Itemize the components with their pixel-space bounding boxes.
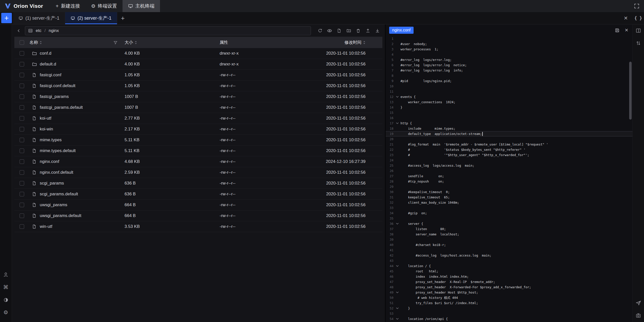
file-name-cell[interactable]: scgi_params: [29, 181, 125, 186]
nav-item-host-terminal[interactable]: 主机终端: [123, 0, 160, 12]
code-line[interactable]: 38 server_name localhost;: [386, 232, 632, 237]
file-row[interactable]: scgi_params636 B-rw-r--r--2020-11-01 10:…: [14, 178, 382, 189]
fold-chevron-icon[interactable]: [395, 318, 400, 320]
code-line[interactable]: 14}: [386, 105, 632, 110]
file-row[interactable]: mime.types.default5.11 KB-rw-r--r--2020-…: [14, 146, 382, 156]
code-line[interactable]: 54 location /orion/api {: [386, 316, 632, 321]
code-line[interactable]: 25 #access_log logs/access.log main;: [386, 163, 632, 168]
code-line[interactable]: 46 index index.html index.htm;: [386, 274, 632, 279]
code-line[interactable]: 16: [386, 115, 632, 121]
code-line[interactable]: 19 default_type application/octet-stream…: [386, 131, 632, 136]
code-line[interactable]: 27 sendfile on;: [386, 173, 632, 179]
code-braces-icon[interactable]: { }: [632, 16, 644, 21]
row-checkbox[interactable]: [20, 138, 24, 142]
code-line[interactable]: 36 server {: [386, 221, 632, 226]
row-checkbox[interactable]: [20, 127, 24, 131]
code-line[interactable]: 11: [386, 89, 632, 94]
row-checkbox[interactable]: [20, 105, 24, 110]
file-name-cell[interactable]: scgi_params.default: [29, 192, 125, 197]
breadcrumb[interactable]: etc / nginx: [25, 26, 311, 35]
file-row[interactable]: uwsgi_params664 B-rw-r--r--2020-11-01 10…: [14, 200, 382, 210]
code-line[interactable]: 44 location / {: [386, 263, 632, 269]
file-row[interactable]: win-utf3.53 KB-rw-r--r--2020-11-01 10:02…: [14, 221, 382, 232]
download-icon[interactable]: [373, 27, 381, 35]
code-line[interactable]: 35: [386, 216, 632, 221]
row-checkbox[interactable]: [20, 62, 24, 66]
send-command-icon[interactable]: [635, 300, 641, 306]
sort-icon[interactable]: [363, 41, 366, 45]
row-checkbox[interactable]: [20, 170, 24, 175]
code-line[interactable]: 5#error_log logs/error.log;: [386, 57, 632, 62]
list-view-icon[interactable]: [28, 28, 33, 33]
sort-icon[interactable]: [135, 41, 137, 45]
code-line[interactable]: 49 proxy_set_header Host $http_host;: [386, 290, 632, 295]
code-line[interactable]: 51 try_files $uri $uri/ /index.html;: [386, 300, 632, 306]
code-line[interactable]: 52 }: [386, 306, 632, 311]
file-row[interactable]: scgi_params.default636 B-rw-r--r--2020-1…: [14, 189, 382, 200]
open-file-tag[interactable]: nginx.conf: [389, 27, 414, 34]
row-checkbox[interactable]: [20, 51, 24, 56]
code-line[interactable]: 53: [386, 311, 632, 316]
filter-funnel-icon[interactable]: [113, 41, 117, 45]
code-line[interactable]: 24: [386, 158, 632, 163]
file-name-cell[interactable]: uwsgi_params.default: [29, 213, 125, 218]
theme-icon[interactable]: [3, 297, 9, 303]
code-line[interactable]: 37 listen 80;: [386, 226, 632, 232]
file-name-cell[interactable]: uwsgi_params: [29, 202, 125, 207]
file-row[interactable]: koi-utf2.77 KB-rw-r--r--2020-11-01 10:02…: [14, 113, 382, 124]
row-checkbox[interactable]: [20, 192, 24, 196]
row-checkbox[interactable]: [20, 159, 24, 164]
file-name-cell[interactable]: mime.types: [29, 137, 125, 142]
code-line[interactable]: 22 # '$status $body_bytes_sent "$http_re…: [386, 147, 632, 152]
code-line[interactable]: 7#error_log logs/error.log info;: [386, 68, 632, 73]
code-line[interactable]: 26: [386, 168, 632, 173]
code-line[interactable]: 42 #access_log logs/host.access.log main…: [386, 253, 632, 258]
code-line[interactable]: 18 include mime.types;: [386, 126, 632, 131]
upload-icon[interactable]: [364, 27, 372, 35]
code-line[interactable]: 41: [386, 247, 632, 253]
file-row[interactable]: fastcgi_params.default1007 B-rw-r--r--20…: [14, 102, 382, 113]
sort-icon[interactable]: [39, 41, 42, 45]
file-name-cell[interactable]: koi-win: [29, 127, 125, 132]
terminal-tab-1[interactable]: (1) server-生产-1: [13, 12, 65, 24]
file-row[interactable]: koi-win2.17 KB-rw-r--r--2020-11-01 10:02…: [14, 124, 382, 135]
code-line[interactable]: 32 client_max_body_size 1048m;: [386, 200, 632, 205]
code-line[interactable]: 1: [386, 36, 632, 41]
code-line[interactable]: 21 #log_format main '$remote_addr - $rem…: [386, 142, 632, 147]
refresh-icon[interactable]: [316, 27, 324, 35]
code-line[interactable]: 15: [386, 110, 632, 115]
code-line[interactable]: 34 #gzip on;: [386, 210, 632, 216]
nav-item-new-connection[interactable]: + 新建连接: [50, 0, 86, 12]
new-file-icon[interactable]: [335, 27, 343, 35]
new-terminal-button[interactable]: +: [1, 13, 12, 23]
code-line[interactable]: 10: [386, 84, 632, 89]
code-line[interactable]: 20: [386, 136, 632, 142]
fullscreen-icon[interactable]: [629, 3, 644, 9]
shortcut-command-icon[interactable]: ⌘: [3, 284, 9, 290]
code-line[interactable]: 3worker_processes 1;: [386, 47, 632, 52]
file-row[interactable]: fastcgi.conf1.05 KB-rw-r--r--2020-11-01 …: [14, 70, 382, 81]
nav-item-terminal-settings[interactable]: ⚙ 终端设置: [86, 0, 123, 12]
code-line[interactable]: 40 #charset koi8-r;: [386, 242, 632, 247]
file-name-cell[interactable]: fastcgi_params: [29, 94, 125, 99]
file-name-cell[interactable]: fastcgi.conf.default: [29, 83, 125, 88]
user-icon[interactable]: [3, 272, 9, 278]
code-line[interactable]: 47 proxy_set_header X-Real-IP $remote_ad…: [386, 279, 632, 284]
terminal-tab-2[interactable]: (2) server-生产-1: [65, 12, 117, 24]
fold-chevron-icon[interactable]: [395, 265, 400, 267]
code-line[interactable]: 43: [386, 258, 632, 263]
new-folder-icon[interactable]: [345, 27, 353, 35]
fold-chevron-icon[interactable]: [395, 307, 400, 309]
row-checkbox[interactable]: [20, 73, 24, 77]
settings-gear-icon[interactable]: ⚙: [3, 309, 9, 315]
code-line[interactable]: 23 # '"$http_user_agent" "$http_x_forwar…: [386, 152, 632, 158]
code-line[interactable]: 48 proxy_set_header X-Forwarded-For $pro…: [386, 284, 632, 290]
fold-chevron-icon[interactable]: [395, 292, 400, 293]
fold-chevron-icon[interactable]: [395, 223, 400, 225]
delete-trash-icon[interactable]: [354, 27, 362, 35]
file-name-cell[interactable]: mime.types.default: [29, 148, 125, 153]
code-line[interactable]: 33: [386, 205, 632, 210]
file-row[interactable]: mime.types5.11 KB-rw-r--r--2020-11-01 10…: [14, 135, 382, 146]
save-file-icon[interactable]: [615, 28, 620, 33]
row-checkbox[interactable]: [20, 203, 24, 207]
